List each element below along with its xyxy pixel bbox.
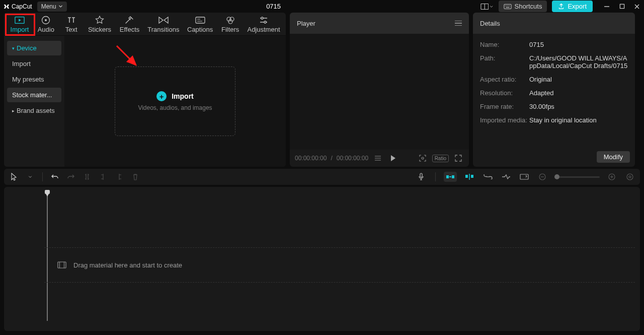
magnet-mode-1[interactable]	[444, 172, 457, 182]
redo-button[interactable]	[65, 171, 77, 183]
layout-icon	[480, 3, 489, 10]
export-button[interactable]: Export	[552, 1, 593, 12]
svg-rect-29	[446, 175, 449, 178]
app-name: CapCut	[12, 3, 32, 10]
zoom-fit-icon	[626, 173, 633, 180]
selection-tool[interactable]	[8, 171, 20, 183]
tab-stickers[interactable]: Stickers	[84, 13, 116, 35]
tab-transitions[interactable]: Transitions	[144, 13, 183, 35]
preview-button[interactable]	[500, 171, 512, 183]
tab-filters[interactable]: Filters	[217, 13, 244, 35]
sidebar-item-device[interactable]: ▾Device	[7, 41, 61, 55]
adjustment-icon	[259, 16, 268, 24]
link-icon	[484, 174, 493, 179]
chevron-down-icon	[28, 175, 32, 179]
filters-icon	[226, 16, 235, 24]
text-icon	[67, 16, 76, 24]
svg-rect-32	[465, 175, 468, 178]
keyboard-icon	[504, 4, 512, 10]
import-dropzone[interactable]: + Import Videos, audios, and images	[115, 66, 235, 136]
detail-row: Resolution:Adapted	[480, 89, 628, 97]
tab-effects[interactable]: Effects	[115, 13, 143, 35]
svg-rect-31	[449, 176, 451, 177]
split-button[interactable]	[81, 171, 93, 183]
minimize-button[interactable]	[603, 3, 611, 11]
svg-point-21	[261, 17, 263, 19]
selection-dropdown[interactable]	[24, 171, 36, 183]
play-button[interactable]	[387, 153, 398, 164]
close-button[interactable]	[633, 3, 641, 11]
modify-button[interactable]: Modify	[597, 151, 630, 163]
svg-rect-30	[452, 175, 454, 178]
trash-icon	[132, 173, 138, 180]
media-tabs: Import Audio Text Stickers Effects	[4, 13, 286, 36]
fullscreen-icon	[455, 155, 462, 162]
delete-right-icon	[116, 173, 123, 181]
maximize-button[interactable]	[618, 3, 626, 11]
grid-button[interactable]	[372, 153, 383, 164]
zoom-fit-button[interactable]	[624, 171, 636, 183]
undo-button[interactable]	[49, 171, 61, 183]
cover-button[interactable]	[518, 171, 530, 183]
fullscreen-button[interactable]	[453, 153, 464, 164]
timeline-panel[interactable]: Drag material here and start to create	[4, 187, 640, 331]
redo-icon	[67, 173, 75, 180]
cursor-icon	[11, 173, 18, 181]
split-icon	[84, 173, 91, 181]
tab-audio[interactable]: Audio	[33, 13, 59, 35]
svg-rect-33	[471, 175, 473, 178]
svg-point-3	[505, 5, 505, 6]
svg-point-12	[45, 19, 47, 21]
export-icon	[558, 3, 565, 10]
svg-rect-44	[45, 190, 50, 194]
delete-left-icon	[100, 173, 107, 181]
zoom-slider[interactable]	[554, 176, 600, 178]
zoom-out-button[interactable]	[536, 171, 548, 183]
timeline-lane[interactable]: Drag material here and start to create	[44, 247, 635, 283]
svg-point-43	[629, 176, 631, 178]
dropzone-subtitle: Videos, audios, and images	[138, 104, 212, 111]
sidebar-item-stock[interactable]: Stock mater...	[7, 88, 61, 102]
layout-button[interactable]	[480, 1, 494, 12]
tab-import[interactable]: Import	[6, 13, 33, 35]
dropzone-title: Import	[172, 92, 194, 100]
detail-row: Frame rate:30.00fps	[480, 103, 628, 110]
app-logo: CapCut	[3, 3, 32, 10]
svg-point-4	[506, 5, 507, 6]
magnet-mode-2[interactable]	[463, 172, 476, 182]
sidebar-item-presets[interactable]: My presets	[7, 72, 61, 87]
shortcuts-button[interactable]: Shortcuts	[499, 1, 547, 12]
svg-rect-7	[506, 7, 509, 7]
player-viewport[interactable]	[290, 34, 469, 150]
delete-button[interactable]	[129, 171, 141, 183]
video-track-icon	[57, 261, 66, 269]
captions-icon	[195, 17, 205, 24]
link-button[interactable]	[482, 171, 494, 183]
ratio-button[interactable]: Ratio	[432, 155, 449, 162]
record-button[interactable]	[415, 171, 427, 183]
sidebar-item-import[interactable]: Import	[7, 56, 61, 71]
menu-button[interactable]: Menu	[37, 2, 67, 12]
import-icon	[15, 16, 25, 24]
zoom-in-button[interactable]	[606, 171, 618, 183]
delete-right-button[interactable]	[113, 171, 125, 183]
delete-left-button[interactable]	[97, 171, 109, 183]
sidebar-item-brand[interactable]: ▸Brand assets	[7, 103, 61, 118]
transitions-icon	[158, 17, 169, 24]
zoom-out-icon	[539, 173, 546, 180]
detail-row: Name:0715	[480, 41, 628, 48]
focus-button[interactable]	[417, 153, 428, 164]
tab-adjustment[interactable]: Adjustment	[244, 13, 284, 35]
focus-icon	[419, 154, 427, 162]
svg-rect-46	[58, 262, 66, 268]
magnet-icon	[446, 174, 455, 180]
svg-point-27	[422, 157, 424, 159]
chevron-down-icon	[490, 5, 493, 9]
tab-text[interactable]: Text	[59, 13, 84, 35]
tab-captions[interactable]: Captions	[183, 13, 217, 35]
time-total: 00:00:00:00	[337, 155, 368, 162]
player-menu-button[interactable]	[455, 21, 462, 26]
plus-icon: +	[156, 91, 167, 101]
mic-icon	[418, 173, 425, 181]
svg-rect-9	[620, 4, 624, 8]
